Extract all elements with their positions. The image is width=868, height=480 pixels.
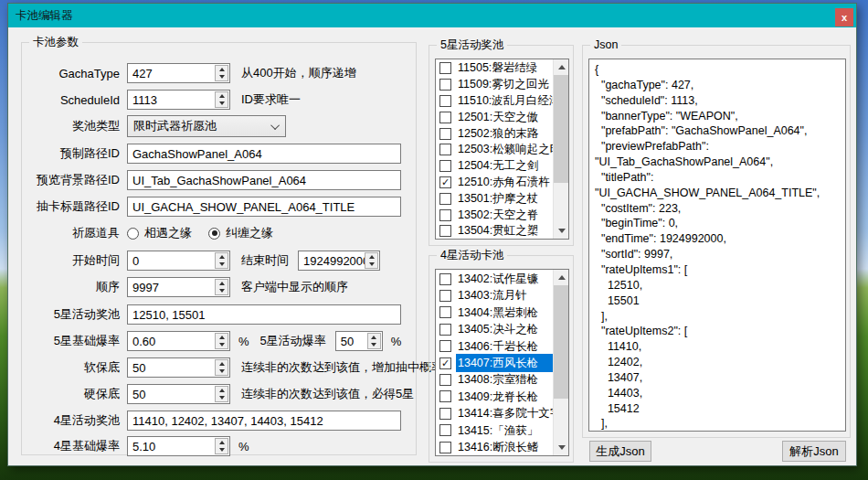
spin-up-icon[interactable] <box>216 92 228 100</box>
list-item[interactable]: 13416:断浪长鳍 <box>436 439 553 455</box>
list-item[interactable]: 13414:喜多院十文字 <box>436 405 553 421</box>
spin-down-icon[interactable] <box>368 341 380 348</box>
list-item[interactable]: 11505:磐岩结绿 <box>436 60 553 77</box>
fourstar-pool-input[interactable]: 11410, 12402, 13407, 14403, 15412 <box>127 411 401 431</box>
checkbox-icon[interactable] <box>439 442 451 453</box>
spin-down-icon[interactable] <box>216 287 228 294</box>
checkbox-icon[interactable] <box>439 357 451 369</box>
spin-down-icon[interactable] <box>216 100 228 107</box>
list-item[interactable]: 13415:「渔获」 <box>436 422 553 439</box>
close-button[interactable]: x <box>835 8 853 27</box>
checkbox-icon[interactable] <box>439 390 451 402</box>
gacha-editor-window: 卡池编辑器 x 卡池参数 GachaType 427 从400开始，顺序递增 S… <box>7 3 857 466</box>
spin-down-icon[interactable] <box>216 341 228 348</box>
list-item[interactable]: 13402:试作星镰 <box>436 271 553 287</box>
previewpath-input[interactable]: UI_Tab_GachaShowPanel_A064 <box>127 170 401 190</box>
checkbox-icon[interactable] <box>439 290 451 302</box>
list-item[interactable]: 13504:贯虹之槊 <box>436 223 553 240</box>
fivestar-pool-input[interactable]: 12510, 15501 <box>127 304 401 325</box>
checkbox-icon[interactable] <box>439 324 451 336</box>
radio-acquaint-fate[interactable]: 相遇之缘 <box>127 225 192 241</box>
previewpath-label: 预览背景路径ID <box>21 172 120 188</box>
checkbox-icon[interactable] <box>439 306 451 318</box>
scroll-up-icon[interactable] <box>554 270 569 285</box>
list-item[interactable]: 12501:天空之傲 <box>436 109 553 125</box>
spin-down-icon[interactable] <box>365 261 377 268</box>
spin-down-icon[interactable] <box>216 368 228 375</box>
checkbox-icon[interactable] <box>439 408 451 420</box>
checkbox-icon[interactable] <box>439 128 451 140</box>
list-item[interactable]: 12504:无工之剑 <box>436 158 553 175</box>
scroll-thumb[interactable] <box>554 285 569 399</box>
spin-up-icon[interactable] <box>216 253 228 261</box>
list-item[interactable]: 13409:龙脊长枪 <box>436 389 553 405</box>
sort-input[interactable]: 9997 <box>127 277 230 297</box>
spin-up-icon[interactable] <box>216 387 228 394</box>
checkbox-icon[interactable] <box>439 112 451 123</box>
generate-json-button[interactable]: 生成Json <box>589 441 651 462</box>
checkbox-icon[interactable] <box>439 424 451 436</box>
list-item[interactable]: 12510:赤角石溃杵 <box>436 175 553 191</box>
fivestar-base-rate-input[interactable]: 0.60 <box>127 331 230 351</box>
spin-down-icon[interactable] <box>216 261 228 268</box>
scroll-down-icon[interactable] <box>554 440 569 455</box>
scroll-up-icon[interactable] <box>554 59 569 75</box>
begintime-input[interactable]: 0 <box>127 251 230 271</box>
spin-up-icon[interactable] <box>368 334 380 341</box>
checkbox-icon[interactable] <box>439 193 451 205</box>
checkbox-icon[interactable] <box>439 209 451 221</box>
spin-down-icon[interactable] <box>216 446 228 453</box>
spin-up-icon[interactable] <box>216 439 228 446</box>
pooltype-dropdown[interactable]: 限时武器祈愿池 <box>127 115 286 137</box>
checkbox-icon[interactable] <box>439 176 451 188</box>
gachatype-input[interactable]: 427 <box>127 63 230 83</box>
softpity-input[interactable]: 50 <box>127 357 230 378</box>
parse-json-button[interactable]: 解析Json <box>782 441 846 462</box>
title-bar[interactable]: 卡池编辑器 x <box>8 4 856 27</box>
list-item[interactable]: 13407:西风长枪 <box>436 355 553 371</box>
checkbox-icon[interactable] <box>439 160 451 172</box>
list-item[interactable]: 13406:千岩长枪 <box>436 338 553 355</box>
spin-down-icon[interactable] <box>216 394 228 401</box>
hardpity-input[interactable]: 50 <box>127 384 230 404</box>
checkbox-icon[interactable] <box>439 79 451 91</box>
spin-up-icon[interactable] <box>365 253 377 261</box>
list-item[interactable]: 11509:雾切之回光 <box>436 77 553 93</box>
spin-up-icon[interactable] <box>216 360 228 368</box>
titlepath-input[interactable]: UI_GACHA_SHOW_PANEL_A064_TITLE <box>127 197 401 217</box>
scroll-thumb[interactable] <box>554 75 569 183</box>
checkbox-icon[interactable] <box>439 95 451 107</box>
fivestar-event-rate-input[interactable]: 50 <box>335 331 383 351</box>
list-item[interactable]: 12502:狼的末路 <box>436 125 553 142</box>
list-item[interactable]: 13403:流月针 <box>436 287 553 304</box>
json-textarea[interactable]: { "gachaType": 427, "scheduleId": 1113, … <box>588 59 846 432</box>
checkbox-icon[interactable] <box>439 144 451 155</box>
checkbox-icon[interactable] <box>439 374 451 386</box>
scheduleid-input[interactable]: 1113 <box>127 90 230 110</box>
scrollbar[interactable] <box>553 59 568 239</box>
radio-intertwined-fate[interactable]: 纠缠之缘 <box>208 225 273 241</box>
list-item[interactable]: 13405:决斗之枪 <box>436 321 553 337</box>
wishitem-label: 祈愿道具 <box>21 225 120 241</box>
list-item[interactable]: 11510:波乱月白经津 <box>436 93 553 110</box>
checkbox-icon[interactable] <box>439 225 451 237</box>
spin-down-icon[interactable] <box>216 73 228 80</box>
spin-up-icon[interactable] <box>216 334 228 341</box>
checkbox-icon[interactable] <box>439 340 451 352</box>
field-previewpath: 预览背景路径ID UI_Tab_GachaShowPanel_A064 <box>21 170 401 190</box>
checkbox-icon[interactable] <box>439 62 451 74</box>
list-item[interactable]: 13501:护摩之杖 <box>436 190 553 207</box>
fourstar-rate-input[interactable]: 5.10 <box>127 436 230 456</box>
scrollbar[interactable] <box>553 270 568 455</box>
scroll-down-icon[interactable] <box>554 223 569 239</box>
list-item[interactable]: 13408:宗室猎枪 <box>436 371 553 388</box>
list-item[interactable]: 12503:松籁响起之时 <box>436 142 553 158</box>
spin-up-icon[interactable] <box>216 66 228 73</box>
list-item[interactable]: 13502:天空之脊 <box>436 207 553 223</box>
list-item[interactable]: 13404:黑岩刺枪 <box>436 304 553 321</box>
endtime-input[interactable]: 1924992000 <box>298 251 380 271</box>
softpity-note: 连续非的次数达到该值，增加抽中概率 <box>241 359 443 376</box>
spin-up-icon[interactable] <box>216 280 228 287</box>
prefabpath-input[interactable]: GachaShowPanel_A064 <box>127 144 401 164</box>
checkbox-icon[interactable] <box>439 273 451 285</box>
